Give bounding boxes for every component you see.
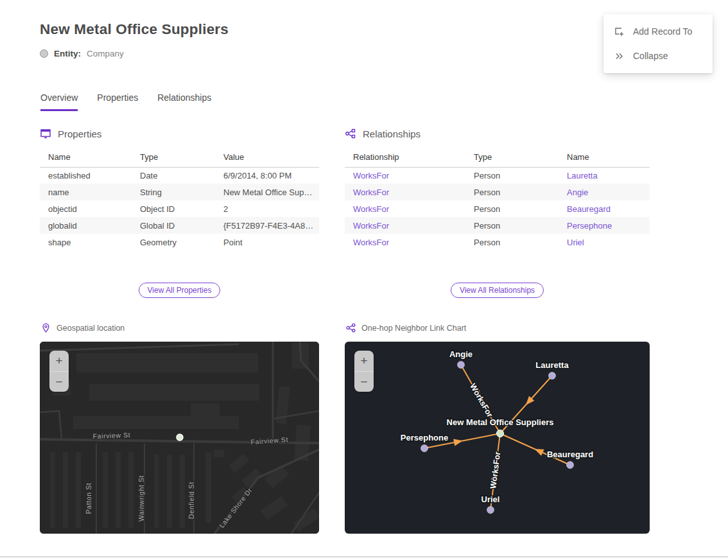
table-cell: New Metal Office Suppliers	[215, 184, 319, 200]
column-header: Value	[215, 148, 319, 167]
table-link[interactable]: Angie	[559, 184, 650, 200]
table-row: WorksForPersonPersephone	[345, 217, 650, 234]
table-link[interactable]: WorksFor	[345, 167, 465, 184]
relationships-section-header: Relationships	[345, 128, 650, 139]
street-label: Wainwright St	[137, 475, 145, 521]
section-title: Relationships	[363, 128, 420, 139]
map-caption: Geospatial location	[41, 323, 125, 333]
table-cell: established	[40, 167, 132, 184]
table-row: WorksForPersonUriel	[345, 234, 650, 250]
entity-subtitle: Entity: Company	[40, 49, 124, 58]
link-chart-svg: WorksForWorksForAngieLaurettaPersephoneB…	[345, 342, 650, 534]
graph-node[interactable]	[421, 445, 428, 452]
graph-center-label: New Metal Office Suppliers	[447, 417, 554, 427]
table-cell: Person	[465, 167, 559, 184]
graph-node-label: Uriel	[481, 494, 500, 504]
entity-type-icon	[40, 49, 48, 58]
table-row: WorksForPersonAngie	[345, 184, 650, 200]
view-all-properties-wrap: View All Properties	[40, 283, 319, 298]
graph-node-label: Angie	[449, 349, 472, 359]
properties-section-header: Properties	[40, 128, 319, 139]
graph-node[interactable]	[458, 362, 465, 369]
table-cell: Person	[465, 234, 559, 250]
table-header-row: Relationship Type Name	[345, 148, 650, 167]
entity-page: New Metal Office Suppliers Entity: Compa…	[0, 0, 728, 560]
zoom-in-button[interactable]: +	[49, 351, 69, 371]
bottom-divider	[0, 556, 728, 557]
street-label: Patton St	[85, 483, 92, 514]
zoom-in-button[interactable]: +	[354, 351, 374, 371]
map-svg: Fairview StFairview StPatton StWainwrigh…	[40, 342, 319, 534]
chart-zoom-control: + −	[354, 351, 374, 392]
table-row: objectidObject ID2	[40, 200, 319, 217]
column-header: Type	[132, 148, 215, 167]
table-row: establishedDate6/9/2014, 8:00 PM	[40, 167, 319, 184]
table-link[interactable]: Lauretta	[559, 167, 650, 184]
tab-overview[interactable]: Overview	[40, 92, 78, 111]
section-title: Properties	[58, 128, 101, 139]
table-link[interactable]: WorksFor	[345, 200, 465, 217]
table-link[interactable]: Beauregard	[559, 200, 650, 217]
graph-edge-arrow	[535, 449, 544, 456]
entity-type-value: Company	[87, 49, 124, 58]
graph-edge-label: WorksFor	[489, 451, 502, 489]
graph-node-label: Beauregard	[547, 450, 593, 459]
caption-title: One-hop Neighbor Link Chart	[361, 324, 466, 333]
table-link[interactable]: Uriel	[559, 234, 650, 250]
properties-icon	[40, 128, 51, 139]
add-record-icon	[614, 26, 625, 37]
column-header: Name	[40, 148, 132, 167]
menu-item-collapse[interactable]: Collapse	[603, 46, 713, 66]
table-cell: {F5172B97-F4E3-4A83-8…	[215, 217, 319, 234]
relationships-icon	[345, 128, 356, 139]
graph-node[interactable]	[567, 462, 574, 469]
link-chart-caption: One-hop Neighbor Link Chart	[346, 323, 466, 333]
table-cell: name	[40, 184, 132, 200]
graph-node[interactable]	[549, 372, 556, 380]
entity-location-marker[interactable]	[177, 434, 183, 441]
zoom-out-button[interactable]: −	[49, 371, 69, 392]
menu-item-label: Collapse	[633, 51, 668, 61]
relationships-table-body: WorksForPersonLaurettaWorksForPersonAngi…	[345, 167, 650, 250]
table-link[interactable]: Persephone	[559, 217, 650, 234]
properties-table: Name Type Value establishedDate6/9/2014,…	[40, 148, 319, 250]
table-cell: String	[132, 184, 215, 200]
tab-relationships[interactable]: Relationships	[157, 92, 211, 111]
view-all-relationships-button[interactable]: View All Relationships	[451, 283, 544, 298]
tab-properties[interactable]: Properties	[97, 92, 138, 111]
table-row: globalidGlobal ID{F5172B97-F4E3-4A83-8…	[40, 217, 319, 234]
properties-table-body: establishedDate6/9/2014, 8:00 PMnameStri…	[40, 167, 319, 250]
link-chart[interactable]: WorksForWorksForAngieLaurettaPersephoneB…	[345, 342, 650, 534]
graph-center-node[interactable]	[497, 430, 504, 437]
column-header: Relationship	[345, 148, 465, 167]
menu-item-label: Add Record To	[633, 26, 692, 37]
graph-node[interactable]	[487, 507, 494, 514]
street-label: Fairview St	[92, 431, 130, 440]
table-cell: objectid	[40, 200, 132, 217]
table-row: WorksForPersonLauretta	[345, 167, 650, 184]
view-all-properties-button[interactable]: View All Properties	[139, 283, 221, 298]
table-cell: globalid	[40, 217, 132, 234]
table-cell: shape	[40, 234, 132, 250]
graph-node-label: Persephone	[401, 433, 448, 442]
page-title: New Metal Office Suppliers	[40, 21, 229, 38]
geospatial-map[interactable]: Fairview StFairview StPatton StWainwrigh…	[40, 342, 319, 534]
table-link[interactable]: WorksFor	[345, 217, 465, 234]
tab-bar: Overview Properties Relationships	[40, 92, 211, 111]
map-pin-icon	[41, 323, 51, 333]
table-link[interactable]: WorksFor	[345, 234, 465, 250]
table-cell: Global ID	[132, 217, 215, 234]
one-hop-icon	[346, 323, 356, 333]
table-row: shapeGeometryPoint	[40, 234, 319, 250]
entity-label: Entity:	[54, 49, 81, 58]
zoom-out-button[interactable]: −	[354, 371, 374, 392]
column-header: Name	[559, 148, 650, 167]
table-link[interactable]: WorksFor	[345, 184, 465, 200]
menu-item-add-record-to[interactable]: Add Record To	[603, 22, 713, 41]
table-cell: 6/9/2014, 8:00 PM	[215, 167, 319, 184]
relationships-section: Relationships Relationship Type Name Wor…	[345, 128, 650, 250]
table-cell: Person	[465, 200, 559, 217]
map-zoom-control: + −	[49, 351, 69, 392]
table-cell: Date	[132, 167, 215, 184]
street-label: Denfield St	[187, 482, 195, 519]
